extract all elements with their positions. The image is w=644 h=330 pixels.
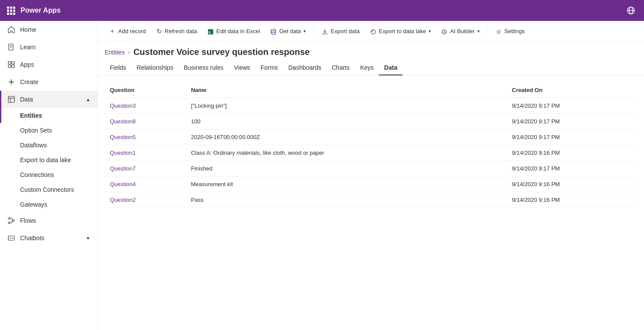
svg-rect-6	[8, 61, 11, 64]
get-data-label: Get data	[279, 28, 301, 34]
svg-point-19	[10, 238, 10, 238]
tab-charts[interactable]: Charts	[327, 61, 355, 75]
tab-forms[interactable]: Forms	[256, 61, 283, 75]
ai-builder-button[interactable]: AI Builder ▾	[437, 25, 484, 37]
question-cell[interactable]: Question2	[105, 192, 186, 208]
ai-builder-chevron: ▾	[477, 29, 480, 34]
table-row: Question8 100 9/14/2020 9:17 PM	[105, 114, 637, 129]
svg-point-16	[13, 220, 14, 221]
tab-data[interactable]: Data	[379, 61, 402, 75]
sidebar-sub-item-export-data-lake[interactable]: Export to data lake	[0, 153, 97, 167]
table-row: Question5 2020-09-16T00:00:00.000Z 9/14/…	[105, 129, 637, 145]
tab-views[interactable]: Views	[228, 61, 255, 75]
table-row: Question1 Class A: Ordinary materials, l…	[105, 145, 637, 161]
edit-data-excel-button[interactable]: X Edit data in Excel	[203, 25, 264, 37]
created-on-cell: 9/14/2020 9:17 PM	[507, 129, 637, 145]
table-row: Question2 Pass 9/14/2020 9:16 PM	[105, 192, 637, 208]
created-on-cell: 9/14/2020 9:16 PM	[507, 177, 637, 192]
sidebar-item-data[interactable]: Data ▲	[0, 91, 97, 108]
created-on-cell: 9/14/2020 9:17 PM	[507, 98, 637, 114]
col-header-question[interactable]: Question	[105, 82, 186, 98]
created-on-cell: 9/14/2020 9:16 PM	[507, 145, 637, 161]
question-cell[interactable]: Question3	[105, 98, 186, 114]
chatbot-icon	[7, 234, 16, 242]
table-row: Question3 ["Locking pin"] 9/14/2020 9:17…	[105, 98, 637, 114]
name-cell: ["Locking pin"]	[186, 98, 507, 114]
export-lake-chevron: ▾	[429, 29, 431, 34]
toolbar: ＋ Add record ↻ Refresh data X Edit data …	[98, 21, 644, 42]
sidebar-item-label: Data	[20, 96, 86, 103]
data-table-area: Question Name Created On Question3 ["Loc…	[98, 75, 644, 330]
sidebar-item-label: Home	[20, 26, 90, 33]
breadcrumb-parent[interactable]: Entities	[105, 49, 125, 56]
sidebar-sub-item-connections[interactable]: Connections	[0, 167, 97, 182]
book-icon	[7, 43, 16, 51]
question-cell[interactable]: Question1	[105, 145, 186, 161]
sidebar-item-chatbots[interactable]: Chatbots ▼	[0, 229, 97, 247]
sidebar-sub-item-entities[interactable]: Entities	[0, 108, 97, 123]
tab-fields[interactable]: Fields	[105, 61, 131, 75]
sidebar-item-label: Learn	[20, 44, 90, 51]
sidebar-sub-item-custom-connectors[interactable]: Custom Connectors	[0, 182, 97, 197]
chevron-up-icon: ▲	[86, 97, 90, 102]
svg-rect-8	[8, 65, 11, 68]
created-on-cell: 9/14/2020 9:16 PM	[507, 192, 637, 208]
export-data-lake-label: Export to data lake	[379, 28, 426, 34]
sidebar-item-flows[interactable]: Flows	[0, 212, 97, 229]
sidebar-item-apps[interactable]: Apps	[0, 56, 97, 73]
top-bar: Power Apps	[0, 0, 644, 21]
export-data-lake-button[interactable]: Export to data lake ▾	[366, 25, 435, 37]
lake-icon	[370, 27, 376, 35]
ai-builder-label: AI Builder	[450, 28, 474, 34]
toolbar-divider	[313, 27, 314, 36]
refresh-data-label: Refresh data	[165, 28, 197, 34]
get-data-button[interactable]: Get data ▾	[266, 25, 310, 37]
svg-point-24	[271, 29, 276, 31]
refresh-data-button[interactable]: ↻ Refresh data	[152, 25, 201, 38]
add-record-label: Add record	[118, 28, 146, 34]
plus-icon	[7, 78, 16, 86]
created-on-cell: 9/14/2020 9:17 PM	[507, 114, 637, 129]
add-record-button[interactable]: ＋ Add record	[105, 24, 150, 38]
question-cell[interactable]: Question5	[105, 129, 186, 145]
get-data-chevron: ▾	[303, 29, 306, 34]
question-cell[interactable]: Question7	[105, 161, 186, 177]
breadcrumb-separator: ›	[128, 49, 130, 55]
hamburger-menu[interactable]	[7, 7, 15, 15]
edit-data-excel-label: Edit data in Excel	[216, 28, 260, 34]
globe-icon[interactable]	[625, 4, 637, 17]
name-cell: Class A: Ordinary materials, like cloth,…	[186, 145, 507, 161]
tab-relationships[interactable]: Relationships	[131, 61, 178, 75]
question-cell[interactable]: Question8	[105, 114, 186, 129]
sidebar-item-learn[interactable]: Learn	[0, 38, 97, 56]
sidebar-sub-item-option-sets[interactable]: Option Sets	[0, 123, 97, 138]
export-data-button[interactable]: Export data	[317, 25, 364, 37]
settings-button[interactable]: Settings	[491, 25, 529, 37]
tab-keys[interactable]: Keys	[355, 61, 379, 75]
sidebar-sub-item-gateways[interactable]: Gateways	[0, 197, 97, 212]
sidebar-item-label: Flows	[20, 217, 90, 224]
name-cell: 2020-09-16T00:00:00.000Z	[186, 129, 507, 145]
sidebar-item-create[interactable]: Create	[0, 73, 97, 91]
content-area: ＋ Add record ↻ Refresh data X Edit data …	[98, 21, 644, 330]
tabs-bar: Fields Relationships Business rules View…	[98, 57, 644, 75]
sidebar-sub-item-dataflows[interactable]: Dataflows	[0, 138, 97, 153]
col-header-name[interactable]: Name	[186, 82, 507, 98]
tab-business-rules[interactable]: Business rules	[178, 61, 228, 75]
sidebar-item-home[interactable]: Home	[0, 21, 97, 38]
settings-label: Settings	[504, 28, 525, 34]
top-bar-right	[625, 4, 637, 17]
col-header-created-on[interactable]: Created On	[507, 82, 637, 98]
svg-point-20	[11, 238, 12, 238]
sidebar-item-label: Create	[20, 78, 90, 85]
plus-icon: ＋	[109, 27, 116, 35]
apps-icon	[7, 60, 16, 69]
question-cell[interactable]: Question4	[105, 177, 186, 192]
svg-rect-9	[12, 65, 14, 68]
svg-point-17	[8, 222, 10, 224]
tab-dashboards[interactable]: Dashboards	[283, 61, 327, 75]
name-cell: Finished	[186, 161, 507, 177]
svg-rect-7	[12, 61, 14, 64]
breadcrumb: Entities › Customer Voice survey questio…	[98, 42, 644, 57]
sidebar-item-label: Apps	[20, 61, 90, 68]
